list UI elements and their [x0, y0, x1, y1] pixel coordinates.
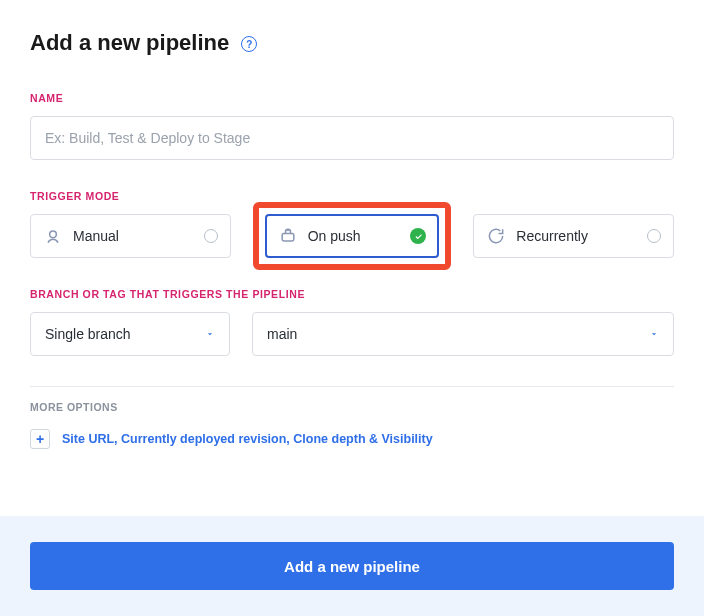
branch-scope-select[interactable]: Single branch [30, 312, 230, 356]
highlight-on-push: On push [253, 202, 452, 270]
trigger-option-label: On push [308, 228, 401, 244]
trigger-option-label: Manual [73, 228, 194, 244]
name-field-block: NAME [30, 92, 674, 160]
radio-icon [204, 229, 218, 243]
svg-point-0 [50, 231, 57, 238]
trigger-option-on-push[interactable]: On push [265, 214, 440, 258]
branch-name-select[interactable]: main [252, 312, 674, 356]
pipeline-name-input[interactable] [30, 116, 674, 160]
footer-bar: Add a new pipeline [0, 516, 704, 616]
chevron-down-icon [205, 329, 215, 339]
branch-scope-value: Single branch [45, 326, 131, 342]
expand-more-options-button[interactable]: + [30, 429, 50, 449]
trigger-option-label: Recurrently [516, 228, 637, 244]
branch-label: BRANCH OR TAG THAT TRIGGERS THE PIPELINE [30, 288, 674, 300]
trigger-mode-block: TRIGGER MODE Manual [30, 190, 674, 258]
svg-point-2 [287, 229, 289, 231]
more-options-label: MORE OPTIONS [30, 401, 674, 413]
branch-block: BRANCH OR TAG THAT TRIGGERS THE PIPELINE… [30, 288, 674, 356]
help-icon[interactable]: ? [241, 36, 257, 52]
svg-rect-1 [282, 234, 294, 242]
recurrently-icon [486, 226, 506, 246]
submit-button[interactable]: Add a new pipeline [30, 542, 674, 590]
divider [30, 386, 674, 387]
name-label: NAME [30, 92, 674, 104]
trigger-mode-label: TRIGGER MODE [30, 190, 674, 202]
chevron-down-icon [649, 329, 659, 339]
on-push-icon [278, 226, 298, 246]
branch-name-value: main [267, 326, 297, 342]
page-title: Add a new pipeline [30, 30, 229, 56]
radio-icon [647, 229, 661, 243]
manual-icon [43, 226, 63, 246]
more-options-link[interactable]: Site URL, Currently deployed revision, C… [62, 432, 433, 446]
trigger-option-manual[interactable]: Manual [30, 214, 231, 258]
check-icon [410, 228, 426, 244]
trigger-option-recurrently[interactable]: Recurrently [473, 214, 674, 258]
